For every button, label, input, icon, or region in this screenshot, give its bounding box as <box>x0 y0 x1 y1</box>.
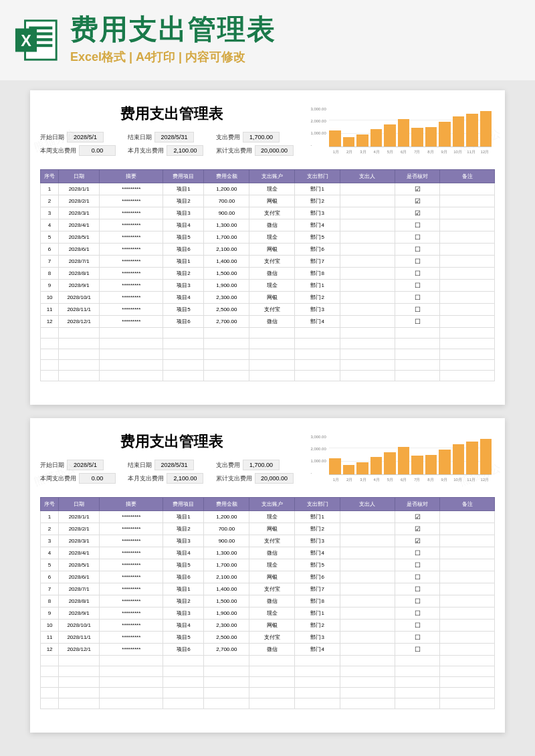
cell-empty[interactable] <box>41 371 59 381</box>
cell-amount[interactable]: 2,100.00 <box>204 571 249 583</box>
cell-amount[interactable]: 1,300.00 <box>204 547 249 559</box>
cell-empty[interactable] <box>59 339 100 349</box>
cell-checked[interactable]: ☑ <box>395 183 440 195</box>
cell-empty[interactable] <box>163 698 204 709</box>
cell-date[interactable]: 2028/9/1 <box>59 280 100 292</box>
cell-summary[interactable]: ********* <box>100 316 163 328</box>
cell-empty[interactable] <box>295 360 340 371</box>
cell-checked[interactable]: ☐ <box>395 571 440 583</box>
cell-empty[interactable] <box>59 360 100 371</box>
cell-person[interactable] <box>340 304 395 316</box>
cell-date[interactable]: 2028/5/1 <box>59 231 100 244</box>
cell-empty[interactable] <box>395 688 440 698</box>
cell-amount[interactable]: 1,500.00 <box>204 268 249 280</box>
cell-date[interactable]: 2028/10/1 <box>59 620 100 632</box>
cell-summary[interactable]: ********* <box>100 632 163 644</box>
cell-empty[interactable] <box>100 328 163 339</box>
cell-remark[interactable] <box>440 231 495 244</box>
cell-item[interactable]: 项目4 <box>163 219 204 231</box>
cell-amount[interactable]: 2,500.00 <box>204 632 249 644</box>
cell-amount[interactable]: 2,100.00 <box>204 244 249 256</box>
cell-empty[interactable] <box>395 328 440 339</box>
start-date-value[interactable]: 2028/5/1 <box>67 132 104 143</box>
cell-item[interactable]: 项目1 <box>163 183 204 195</box>
cell-empty[interactable] <box>100 677 163 688</box>
cell-person[interactable] <box>340 195 395 207</box>
cell-date[interactable]: 2028/8/1 <box>59 595 100 607</box>
cell-empty[interactable] <box>163 677 204 688</box>
cell-amount[interactable]: 900.00 <box>204 535 249 547</box>
cell-summary[interactable]: ********* <box>100 268 163 280</box>
cell-checked[interactable]: ☐ <box>395 304 440 316</box>
end-date-value[interactable]: 2028/5/31 <box>154 460 193 470</box>
cell-summary[interactable]: ********* <box>100 207 163 219</box>
cell-dept[interactable]: 部门7 <box>295 583 340 595</box>
cell-account[interactable]: 支付宝 <box>249 207 295 219</box>
cell-remark[interactable] <box>440 547 495 559</box>
cell-empty[interactable] <box>204 656 249 666</box>
cell-person[interactable] <box>340 535 395 547</box>
cell-checked[interactable]: ☐ <box>395 547 440 559</box>
cell-checked[interactable]: ☐ <box>395 595 440 607</box>
cell-dept[interactable]: 部门5 <box>295 231 340 244</box>
cell-person[interactable] <box>340 523 395 535</box>
cell-amount[interactable]: 2,500.00 <box>204 304 249 316</box>
cell-empty[interactable] <box>249 688 295 698</box>
cell-remark[interactable] <box>440 195 495 207</box>
cell-remark[interactable] <box>440 511 495 523</box>
cell-empty[interactable] <box>59 666 100 677</box>
cell-item[interactable]: 项目4 <box>163 292 204 304</box>
cell-account[interactable]: 微信 <box>249 644 295 656</box>
cell-remark[interactable] <box>440 280 495 292</box>
cell-item[interactable]: 项目5 <box>163 559 204 571</box>
cell-item[interactable]: 项目1 <box>163 583 204 595</box>
cell-empty[interactable] <box>163 339 204 349</box>
cell-empty[interactable] <box>41 360 59 371</box>
cell-empty[interactable] <box>41 677 59 688</box>
cell-empty[interactable] <box>395 349 440 360</box>
cell-dept[interactable]: 部门4 <box>295 219 340 231</box>
cell-amount[interactable]: 1,700.00 <box>204 231 249 244</box>
cell-date[interactable]: 2028/6/1 <box>59 244 100 256</box>
cell-person[interactable] <box>340 244 395 256</box>
cell-person[interactable] <box>340 292 395 304</box>
cell-date[interactable]: 2028/3/1 <box>59 207 100 219</box>
cell-summary[interactable]: ********* <box>100 511 163 523</box>
cell-person[interactable] <box>340 207 395 219</box>
cell-dept[interactable]: 部门5 <box>295 559 340 571</box>
cell-summary[interactable]: ********* <box>100 280 163 292</box>
cell-item[interactable]: 项目4 <box>163 547 204 559</box>
cell-person[interactable] <box>340 219 395 231</box>
cell-dept[interactable]: 部门4 <box>295 644 340 656</box>
cell-empty[interactable] <box>295 371 340 381</box>
cell-dept[interactable]: 部门7 <box>295 256 340 268</box>
cell-empty[interactable] <box>340 371 395 381</box>
cell-account[interactable]: 现金 <box>249 511 295 523</box>
cell-amount[interactable]: 1,200.00 <box>204 511 249 523</box>
cell-empty[interactable] <box>395 666 440 677</box>
cell-empty[interactable] <box>340 677 395 688</box>
cell-remark[interactable] <box>440 292 495 304</box>
cell-empty[interactable] <box>395 677 440 688</box>
cell-empty[interactable] <box>59 688 100 698</box>
cell-empty[interactable] <box>163 328 204 339</box>
cell-empty[interactable] <box>204 349 249 360</box>
cell-checked[interactable]: ☐ <box>395 219 440 231</box>
cell-empty[interactable] <box>340 360 395 371</box>
cell-account[interactable]: 网银 <box>249 244 295 256</box>
cell-summary[interactable]: ********* <box>100 571 163 583</box>
cell-date[interactable]: 2028/7/1 <box>59 256 100 268</box>
cell-item[interactable]: 项目3 <box>163 535 204 547</box>
cell-checked[interactable]: ☐ <box>395 583 440 595</box>
cell-empty[interactable] <box>295 328 340 339</box>
cell-amount[interactable]: 700.00 <box>204 195 249 207</box>
cell-remark[interactable] <box>440 607 495 620</box>
cell-remark[interactable] <box>440 583 495 595</box>
cell-dept[interactable]: 部门1 <box>295 280 340 292</box>
cell-summary[interactable]: ********* <box>100 620 163 632</box>
cell-person[interactable] <box>340 256 395 268</box>
cell-date[interactable]: 2028/1/1 <box>59 511 100 523</box>
cell-item[interactable]: 项目2 <box>163 523 204 535</box>
cell-empty[interactable] <box>59 371 100 381</box>
cell-empty[interactable] <box>100 656 163 666</box>
